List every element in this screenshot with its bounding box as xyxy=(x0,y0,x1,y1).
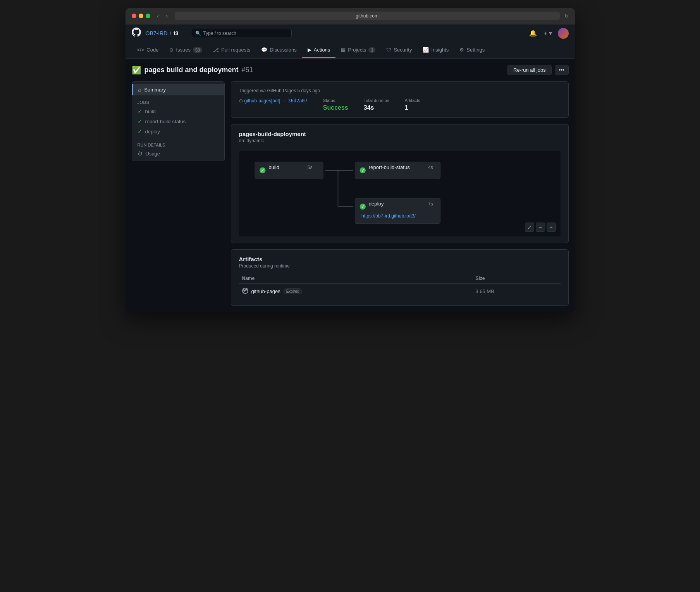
job-build-label: build xyxy=(145,109,156,114)
sidebar: ⌂ Summary Jobs ✓ build ✓ report-build-st… xyxy=(132,81,225,306)
run-title: ✅ pages build and deployment #51 xyxy=(132,66,253,75)
svg-text:https://ob7-ird.github.io/t3/: https://ob7-ird.github.io/t3/ xyxy=(361,213,416,219)
nav-discussions-label: Discussions xyxy=(270,47,296,53)
projects-badge: 3 xyxy=(368,47,375,53)
artifacts-title: Artifacts xyxy=(239,256,561,262)
flow-svg: ✓ build 5s ✓ report-build-status 4s xyxy=(239,151,561,236)
nav-settings-label: Settings xyxy=(466,47,485,53)
svg-text:report-build-status: report-build-status xyxy=(368,164,410,170)
plus-button[interactable]: + ▾ xyxy=(542,28,554,38)
run-details-section: Run details ⏱ Usage xyxy=(132,140,224,159)
browser-chrome: ‹ › ↻ xyxy=(126,8,575,24)
summary-label: Summary xyxy=(144,87,166,93)
settings-icon: ⚙ xyxy=(459,47,464,53)
svg-rect-13 xyxy=(355,198,440,224)
job-deploy[interactable]: ✓ deploy xyxy=(132,126,224,136)
workflow-title: pages-build-deployment xyxy=(239,131,561,137)
trigger-user-link[interactable]: github-pages[bot] xyxy=(244,98,280,104)
actions-icon: ▶ xyxy=(308,47,311,53)
jobs-section: Jobs ✓ build ✓ report-build-status ✓ dep… xyxy=(132,97,224,136)
job-success-icon: ✓ xyxy=(138,108,142,114)
flow-zoom-out-button[interactable]: − xyxy=(536,223,545,232)
artifact-size-cell: 3.65 MB xyxy=(475,288,494,294)
commit-link[interactable]: 36d2a07 xyxy=(288,98,308,104)
pr-icon: ⎇ xyxy=(213,47,219,53)
traffic-lights xyxy=(132,14,150,18)
usage-item[interactable]: ⏱ Usage xyxy=(132,149,224,159)
discussions-icon: 💬 xyxy=(261,47,267,53)
projects-icon: ▦ xyxy=(341,47,346,53)
github-logo[interactable] xyxy=(132,28,141,39)
job-report-build-status[interactable]: ✓ report-build-status xyxy=(132,116,224,126)
sidebar-summary-item[interactable]: ⌂ Summary xyxy=(132,84,224,95)
info-row: ⊙ github-pages[bot] → 36d2a07 Status Suc… xyxy=(239,98,561,111)
avatar[interactable] xyxy=(558,28,569,39)
issues-badge: 58 xyxy=(193,47,202,53)
run-info-card: Triggered via GitHub Pages 5 days ago ⊙ … xyxy=(231,81,569,118)
rerun-button[interactable]: Re-run all jobs xyxy=(507,65,552,75)
close-button[interactable] xyxy=(132,14,136,18)
back-button[interactable]: ‹ xyxy=(155,12,162,20)
usage-label: Usage xyxy=(146,151,160,157)
commit-arrow: → xyxy=(282,98,286,104)
org-link[interactable]: OB7-IRD xyxy=(146,30,168,36)
artifact-row: github-pages Expired 3.65 MB xyxy=(239,284,561,299)
repo-link[interactable]: t3 xyxy=(174,30,178,36)
notifications-button[interactable]: 🔔 xyxy=(528,28,538,38)
svg-text:✓: ✓ xyxy=(261,168,264,173)
nav-code[interactable]: </> Code xyxy=(132,42,164,58)
breadcrumb: OB7-IRD / t3 xyxy=(146,30,179,36)
run-details-section-label: Run details xyxy=(132,140,224,149)
job-success-icon: ✓ xyxy=(138,118,142,124)
jobs-section-label: Jobs xyxy=(132,97,224,106)
status-label: Status xyxy=(323,98,348,103)
security-icon: 🛡 xyxy=(386,47,391,53)
artifact-name-cell: github-pages Expired xyxy=(242,288,470,295)
svg-text:7s: 7s xyxy=(428,201,433,207)
nav-discussions[interactable]: 💬 Discussions xyxy=(256,42,302,58)
artifact-name-link[interactable]: github-pages xyxy=(251,288,280,294)
nav-pull-requests[interactable]: ⎇ Pull requests xyxy=(208,42,256,58)
artifacts-table: Name Size xyxy=(239,273,561,299)
nav-settings[interactable]: ⚙ Settings xyxy=(454,42,490,58)
nav-security[interactable]: 🛡 Security xyxy=(381,42,417,58)
browser-nav: ‹ › xyxy=(155,12,170,20)
job-success-icon: ✓ xyxy=(138,128,142,135)
run-header: ✅ pages build and deployment #51 Re-run … xyxy=(132,65,569,75)
user-avatar-icon: ⊙ xyxy=(239,98,243,104)
reload-icon[interactable]: ↻ xyxy=(564,13,569,19)
nav-pr-label: Pull requests xyxy=(221,47,250,53)
svg-text:build: build xyxy=(268,164,279,170)
nav-actions[interactable]: ▶ Actions xyxy=(302,42,336,58)
header-actions: 🔔 + ▾ xyxy=(528,28,569,39)
more-options-button[interactable]: ••• xyxy=(555,65,569,75)
nav-code-label: Code xyxy=(146,47,158,53)
duration-label: Total duration xyxy=(364,98,389,103)
artifact-icon xyxy=(242,288,248,295)
status-value: Success xyxy=(323,104,348,111)
trigger-text: Triggered via GitHub Pages 5 days ago xyxy=(239,88,320,93)
browser-toolbar-icons: ↻ xyxy=(564,13,569,19)
flow-fit-button[interactable]: ⤢ xyxy=(525,223,534,232)
nav-issues-label: Issues xyxy=(176,47,191,53)
forward-button[interactable]: › xyxy=(163,12,170,20)
col-name-header: Name xyxy=(239,273,473,284)
nav-insights[interactable]: 📈 Insights xyxy=(417,42,454,58)
search-box[interactable]: 🔍 Type / to search xyxy=(191,29,292,38)
svg-text:4s: 4s xyxy=(428,165,433,170)
code-icon: </> xyxy=(137,47,144,53)
nav-issues[interactable]: ⊙ Issues 58 xyxy=(164,42,208,58)
minimize-button[interactable] xyxy=(139,14,143,18)
workflow-card: pages-build-deployment on: dynamic xyxy=(231,124,569,243)
maximize-button[interactable] xyxy=(146,14,150,18)
job-build[interactable]: ✓ build xyxy=(132,106,224,116)
nav-projects[interactable]: ▦ Projects 3 xyxy=(335,42,381,58)
github-header: OB7-IRD / t3 🔍 Type / to search 🔔 + ▾ xyxy=(126,24,575,42)
address-bar[interactable] xyxy=(175,12,560,20)
svg-text:deploy: deploy xyxy=(368,201,384,207)
search-icon: 🔍 xyxy=(195,31,201,36)
run-status-icon: ✅ xyxy=(132,66,141,75)
flow-zoom-in-button[interactable]: + xyxy=(547,223,556,232)
breadcrumb-separator: / xyxy=(170,30,171,36)
flow-diagram: ✓ build 5s ✓ report-build-status 4s xyxy=(239,151,561,236)
